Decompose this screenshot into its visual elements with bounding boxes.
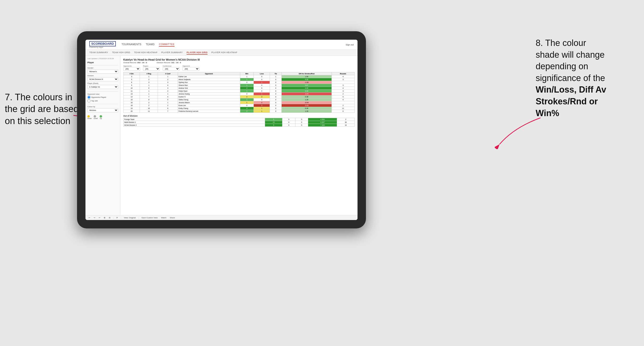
gender-select[interactable]: Women's — [88, 69, 118, 74]
legend-down-dot — [88, 115, 90, 118]
nav-committee[interactable]: COMMITTEE — [159, 42, 174, 47]
nav-tournaments[interactable]: TOURNAMENTS — [122, 42, 142, 47]
opponent-filter-select[interactable]: (All) — [182, 67, 199, 71]
player-section-title: Player — [88, 61, 118, 64]
col-tie: Tie — [270, 72, 282, 75]
division-label: Division — [88, 75, 118, 77]
col-opponent: Opponent — [178, 72, 240, 75]
division-select[interactable]: NCAA Division III — [88, 77, 118, 81]
subnav-team-h2h-grid[interactable]: TEAM H2H GRID — [112, 51, 130, 55]
nav-items: TOURNAMENTS TEAMS COMMITTEE — [122, 42, 340, 47]
undo-button[interactable]: ↩ — [88, 216, 91, 219]
opponents-filter: Opponents: (All) — [123, 65, 140, 71]
paste-button[interactable]: ⊟ — [108, 216, 111, 219]
division-record: Division Record: 331 - 34 - 6 — [157, 62, 181, 64]
subnav-team-h2h-heatmap[interactable]: TEAM H2H HEATMAP — [134, 51, 158, 55]
col-div: # Div — [124, 72, 140, 75]
region-filter-label: Region — [143, 65, 160, 67]
copy-button[interactable]: ⊞ — [103, 216, 106, 219]
main-content: Last Updated: 27/03/2024 16:55:38 Player… — [86, 56, 358, 215]
legend-level-dot — [94, 115, 96, 118]
opponents-filter-select[interactable]: (All) — [123, 67, 140, 71]
h2h-table: # Div # Reg # Conf Opponent Win Loss Tie… — [123, 72, 354, 113]
legend-level-label: Level — [94, 118, 98, 119]
table-row: 19 10 6 Emily Chang 4 1 0 0.30 11 — [124, 107, 354, 110]
overall-record: Overall Record: 353 - 34 - 6 — [123, 62, 147, 64]
redo-button[interactable]: ↪ — [93, 216, 96, 219]
table-row: 3 1 1 Esther Lee 1 0 1 1.50 4 — [124, 75, 354, 78]
sign-out-button[interactable]: Sign out — [346, 43, 354, 46]
refresh-button[interactable]: ⟳ — [116, 216, 119, 219]
share-button[interactable]: Share — [169, 216, 176, 219]
subnav-player-h2h-heatmap[interactable]: PLAYER H2H HEATMAP — [212, 51, 238, 55]
player-rank-select[interactable]: 8. Katelyn Vo — [88, 85, 118, 89]
colour-by-label: Colour by — [88, 106, 118, 108]
table-row: 9 1 4 Sharon Mun 1 0 0 3.67 3 — [124, 84, 354, 87]
sub-nav: TEAM SUMMARY TEAM H2H GRID TEAM H2H HEAT… — [86, 50, 358, 56]
player-rank-label: Player (Rank) — [88, 82, 118, 84]
content-area: Katelyn Vo Head-to-Head Grid for Women's… — [120, 56, 358, 215]
opponents-filter-label: Opponents: — [123, 65, 140, 67]
nav-teams[interactable]: TEAMS — [146, 42, 154, 47]
conference-filter-label: Conference — [163, 65, 180, 67]
top-nav: SCOREBOARD Powered by clippd TOURNAMENTS… — [86, 40, 358, 50]
colour-by-select[interactable]: Win/loss — [88, 108, 118, 112]
col-reg: # Reg — [140, 72, 158, 75]
arrow-right-icon — [495, 115, 543, 149]
colour-legend: Down Level Up — [88, 115, 118, 119]
table-row: 5 2 2 Alexis Sudjianto 1 0 0 4.00 3 — [124, 78, 354, 81]
ood-table-row: NAIA Division 1 15 0 0 9.267 30 — [124, 121, 354, 124]
bottom-toolbar: ↩ ↪ ↩ ⊞ ⊟ | ⟳ | View: Original | Save Cu… — [86, 215, 358, 220]
col-diff: Diff Av Strokes/Rnd — [282, 72, 332, 75]
conference-filter-select[interactable]: (All) — [163, 67, 180, 71]
table-row: 18 2 2 Euna Lee 0 3 0 -5.00 2 — [124, 104, 354, 107]
table-row: 15 8 5 Stella Cheng 1 0 0 1.25 4 — [124, 98, 354, 101]
subnav-player-summary[interactable]: PLAYER SUMMARY — [161, 51, 183, 55]
opponent-filter: Opponent (All) — [182, 65, 199, 71]
conference-filter: Conference (All) — [163, 65, 180, 71]
opponent-view-radios: Opponents Played Top 100 — [88, 96, 118, 102]
opponent-filter-label: Opponent — [182, 65, 199, 67]
annotation-left: 7. The colours in the grid are based on … — [5, 91, 82, 127]
legend-up-label: Up — [100, 118, 102, 119]
tablet-screen: SCOREBOARD Powered by clippd TOURNAMENTS… — [86, 40, 358, 220]
opponent-view-label: Opponent view — [88, 93, 118, 95]
col-rounds: Rounds — [332, 72, 354, 75]
table-row: 11 1 2 Heejo Hyun 1 0 0 3.33 3 — [124, 90, 354, 93]
sidebar: Last Updated: 27/03/2024 16:55:38 Player… — [86, 56, 120, 215]
logo: SCOREBOARD Powered by clippd — [89, 41, 116, 48]
ood-table-row: NCAA Division 2 5 0 0 7.400 10 — [124, 124, 354, 127]
legend-down-label: Down — [88, 118, 92, 119]
filters-row: Opponents: (All) Region (All) Conference — [123, 65, 354, 71]
table-header-row: # Div # Reg # Conf Opponent Win Loss Tie… — [124, 72, 354, 75]
table-row: 10 6 3 Andrea York 2 0 0 4.00 4 — [124, 87, 354, 90]
legend-up-dot — [100, 115, 102, 118]
timestamp: Last Updated: 27/03/2024 16:55:38 — [88, 58, 118, 59]
region-filter-select[interactable]: (All) — [143, 67, 160, 71]
grid-title: Katelyn Vo Head-to-Head Grid for Women's… — [123, 58, 354, 61]
ood-table-row: Foreign Team 1 0 0 4.500 2 — [124, 118, 354, 121]
radio-opponents-played[interactable]: Opponents Played — [88, 96, 118, 99]
radio-top100[interactable]: Top 100 — [88, 99, 118, 102]
col-loss: Loss — [254, 72, 270, 75]
subnav-player-h2h-grid[interactable]: PLAYER H2H GRID — [186, 51, 208, 55]
tablet-frame: SCOREBOARD Powered by clippd TOURNAMENTS… — [77, 31, 366, 228]
table-row: 20 11 7 Federica Domecq Lacroze 2 1 0 1.… — [124, 110, 354, 113]
table-row: 6 3 3 Sydney Kuo 0 1 0 -1.00 — [124, 81, 354, 84]
col-conf: # Conf — [158, 72, 178, 75]
table-row: 13 1 1 Jessica Huang 0 1 0 -3.00 2 — [124, 93, 354, 95]
grid-records: Overall Record: 353 - 34 - 6 Division Re… — [123, 62, 354, 64]
annotation-right: 8. The colour shade will change dependin… — [536, 37, 637, 119]
out-of-division-table: Foreign Team 1 0 0 4.500 2 NAIA Division… — [123, 118, 354, 127]
save-custom-view-button[interactable]: Save Custom View — [140, 216, 158, 219]
subnav-team-summary[interactable]: TEAM SUMMARY — [89, 51, 108, 55]
gender-label: Gender — [88, 67, 118, 69]
table-row: 14 7 4 Eunice Yi 2 2 0 0.38 9 — [124, 95, 354, 98]
out-of-division-header: Out of division — [123, 115, 354, 117]
watch-button[interactable]: Watch — [160, 216, 167, 219]
region-filter: Region (All) — [143, 65, 160, 71]
table-row: 16 2 1 Jessica Mason 1 2 0 -0.94 — [124, 101, 354, 104]
undo2-button[interactable]: ↩ — [98, 216, 101, 219]
col-win: Win — [240, 72, 254, 75]
view-original-button[interactable]: View: Original — [123, 216, 136, 219]
